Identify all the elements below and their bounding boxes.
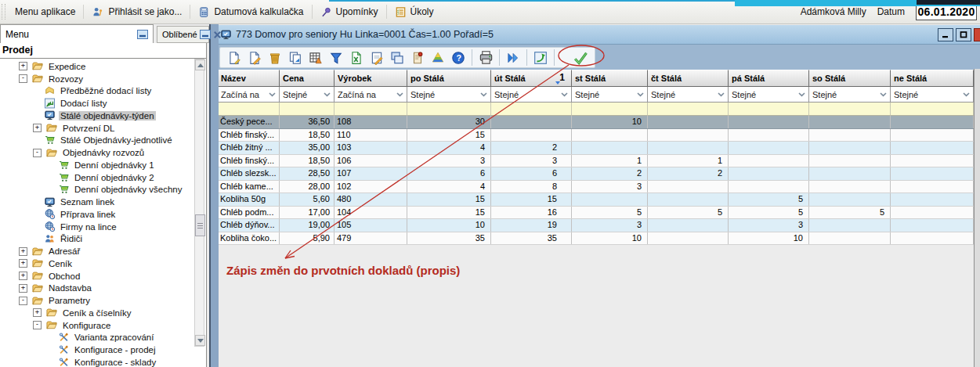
sidebar-item[interactable]: +Potvrzení DL <box>0 122 194 135</box>
close-button[interactable] <box>974 28 980 41</box>
filter-dropdown-7[interactable]: Stejné <box>648 87 729 103</box>
table-cell[interactable]: 35,00 <box>280 142 335 154</box>
table-cell[interactable]: 18,50 <box>280 155 335 167</box>
table-row[interactable]: Chléb kame...28,00102483 <box>217 181 974 194</box>
table-cell[interactable]: Chléb finský... <box>217 155 280 167</box>
sidebar-item[interactable]: Firmy na lince <box>0 221 194 233</box>
table-cell[interactable]: 1 <box>648 155 729 167</box>
table-cell[interactable]: 2 <box>572 167 648 180</box>
sidebar-item[interactable]: -Rozvozy <box>0 73 194 85</box>
table-cell[interactable]: 5 <box>729 193 809 206</box>
table-cell[interactable] <box>891 207 974 219</box>
table-cell[interactable]: 36,50 <box>280 116 335 128</box>
minimize-button[interactable] <box>938 28 953 41</box>
table-cell[interactable] <box>809 232 891 245</box>
scroll-up-button[interactable] <box>195 59 205 70</box>
table-cell[interactable] <box>729 129 809 142</box>
table-cell[interactable] <box>729 167 809 180</box>
table-cell[interactable]: 5 <box>648 207 729 219</box>
table-cell[interactable]: Chléb žitný ... <box>217 142 280 154</box>
copy-window-button[interactable] <box>388 49 407 67</box>
table-cell[interactable]: 10 <box>572 116 648 128</box>
table-cell[interactable] <box>648 193 729 206</box>
table-cell[interactable]: Český pece... <box>217 116 280 128</box>
expand-toggle[interactable]: + <box>19 247 27 256</box>
table-cell[interactable]: 3 <box>572 219 648 232</box>
sidebar-item[interactable]: -Objednávky rozvozů <box>0 146 194 159</box>
sidebar-item[interactable]: +Expedice <box>0 60 194 73</box>
menu-item-1[interactable]: Menu aplikace <box>8 2 82 21</box>
table-cell[interactable]: 5,60 <box>280 193 335 206</box>
table-cell[interactable] <box>729 155 809 167</box>
menu-item-4[interactable]: Upomínky <box>313 2 385 21</box>
sidebar-item[interactable]: Seznam linek <box>0 196 194 208</box>
table-cell[interactable]: 16 <box>491 207 572 219</box>
table-cell[interactable]: 2 <box>648 167 729 180</box>
table-cell[interactable]: 480 <box>335 193 407 206</box>
menu-item-3[interactable]: Datumová kalkulačka <box>191 2 310 21</box>
table-row[interactable]: Kobliha čoko...5,9047935351010 <box>217 232 974 246</box>
filter-input-cell[interactable] <box>729 103 809 116</box>
table-cell[interactable]: Chléb podm... <box>217 207 280 219</box>
filter-input-cell[interactable] <box>809 103 891 116</box>
table-cell[interactable]: 3 <box>572 181 648 193</box>
table-cell[interactable] <box>572 129 648 142</box>
sidebar-item[interactable]: Řidiči <box>0 233 194 246</box>
edit-note-button[interactable] <box>367 49 386 67</box>
filter-dropdown-4[interactable]: Stejné <box>407 87 491 103</box>
table-cell[interactable]: 35 <box>491 232 572 245</box>
column-header-4[interactable]: po Stálá <box>407 70 491 87</box>
sidebar-item[interactable]: Příprava linek <box>0 208 194 221</box>
table-cell[interactable]: 10 <box>729 232 809 245</box>
table-cell[interactable]: 15 <box>407 129 491 142</box>
table-cell[interactable]: 6 <box>407 167 491 180</box>
table-cell[interactable] <box>809 116 891 128</box>
filter-dropdown-2[interactable]: Stejné <box>280 87 335 103</box>
collapse-toggle[interactable]: - <box>33 149 42 157</box>
document-pin-button[interactable] <box>408 49 427 67</box>
delete-button[interactable] <box>266 49 284 67</box>
table-row[interactable]: Chléb slezsk...28,501076622 <box>217 167 974 181</box>
table-cell[interactable]: 5 <box>809 207 891 219</box>
table-cell[interactable]: 35 <box>407 232 491 245</box>
filter-input-cell[interactable] <box>335 103 407 116</box>
table-cell[interactable]: 18,50 <box>280 129 335 142</box>
table-cell[interactable] <box>729 116 809 128</box>
expand-toggle[interactable]: + <box>19 62 27 70</box>
table-cell[interactable]: 104 <box>335 207 407 219</box>
table-cell[interactable] <box>648 219 729 232</box>
excel-export-button[interactable] <box>347 49 366 67</box>
sidebar-item[interactable]: Denní objednávky 2 <box>0 171 194 184</box>
column-header-7[interactable]: čt Stálá <box>648 70 729 87</box>
table-cell[interactable] <box>809 181 891 193</box>
table-cell[interactable] <box>891 116 974 128</box>
table-cell[interactable]: 479 <box>335 232 407 245</box>
collapse-toggle[interactable]: - <box>19 297 27 305</box>
table-cell[interactable] <box>729 181 809 193</box>
column-header-3[interactable]: Výrobek <box>335 70 407 87</box>
table-cell[interactable]: 6 <box>491 167 572 180</box>
sidebar-item[interactable]: -Konfigurace <box>0 319 194 332</box>
expand-toggle[interactable]: + <box>19 284 27 293</box>
menu-item-2[interactable]: Přihlásit se jako... <box>85 2 189 21</box>
table-cell[interactable]: 5 <box>729 207 809 219</box>
table-cell[interactable]: 19 <box>491 219 572 232</box>
collapse-toggle[interactable]: - <box>33 321 42 329</box>
edit-document-button[interactable] <box>245 49 264 67</box>
sidebar-item[interactable]: +Obchod <box>0 270 194 282</box>
filter-input-cell[interactable] <box>407 103 491 116</box>
table-cell[interactable] <box>648 129 729 142</box>
sidebar-item[interactable]: Předběžné dodací listy <box>0 85 194 98</box>
table-cell[interactable]: 106 <box>335 155 407 167</box>
table-cell[interactable] <box>891 219 974 232</box>
column-header-2[interactable]: Cena <box>280 70 335 87</box>
column-header-10[interactable]: ne Stálá <box>891 70 974 87</box>
table-cell[interactable]: 10 <box>407 219 491 232</box>
table-cell[interactable] <box>809 193 891 206</box>
tab-menu[interactable]: Menu <box>0 24 154 43</box>
table-cell[interactable] <box>729 142 809 154</box>
table-cell[interactable]: 28,00 <box>280 181 335 193</box>
filter-input-cell[interactable] <box>491 103 572 116</box>
table-cell[interactable]: 107 <box>335 167 407 180</box>
table-cell[interactable] <box>648 116 729 128</box>
